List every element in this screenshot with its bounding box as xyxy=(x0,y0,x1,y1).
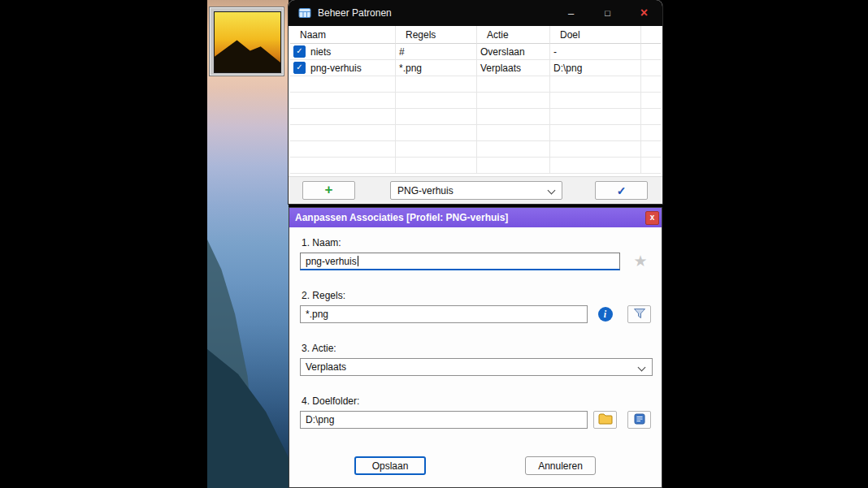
save-button[interactable]: Opslaan xyxy=(354,456,426,475)
favorite-star-icon[interactable]: ★ xyxy=(631,253,650,270)
empty-row xyxy=(290,141,661,158)
cell-doel: D:\png xyxy=(550,60,641,76)
doelfolder-input[interactable]: D:\png xyxy=(300,411,588,429)
manage-patterns-window: Beheer Patronen – □ × Naam Regels Actie … xyxy=(289,0,662,204)
regels-input[interactable]: *.png xyxy=(300,305,588,323)
row-name-text: png-verhuis xyxy=(310,63,362,74)
table-row[interactable]: ✓ png-verhuis *.png Verplaats D:\png xyxy=(290,60,661,76)
chevron-down-icon xyxy=(548,187,556,195)
profile-dropdown[interactable]: PNG-verhuis xyxy=(390,181,562,200)
naam-input[interactable]: png-verhuis xyxy=(300,253,620,270)
framed-picture-thumbnail xyxy=(209,6,284,76)
cell-extra xyxy=(641,60,661,76)
chevron-down-icon xyxy=(638,364,646,372)
column-header-regels[interactable]: Regels xyxy=(396,26,477,44)
text-caret xyxy=(358,256,358,266)
regels-label: 2. Regels: xyxy=(302,290,345,301)
cancel-button[interactable]: Annuleren xyxy=(525,456,596,475)
blue-book-icon xyxy=(633,412,646,428)
patterns-table: Naam Regels Actie Doel ✓ niets # Oversla… xyxy=(290,26,661,174)
row-checkbox[interactable]: ✓ xyxy=(293,62,306,74)
cell-naam: ✓ png-verhuis xyxy=(290,60,396,76)
row-name-text: niets xyxy=(310,46,331,58)
cell-regels: *.png xyxy=(396,60,477,76)
info-button[interactable]: i xyxy=(593,305,617,323)
browse-folder-button[interactable] xyxy=(593,411,617,429)
empty-row xyxy=(290,158,661,174)
column-header-extra xyxy=(641,26,661,44)
empty-row xyxy=(290,93,661,109)
info-icon: i xyxy=(598,307,613,322)
doelfolder-input-value: D:\png xyxy=(306,414,334,425)
edit-association-window: Aanpassen Associaties [Profiel: PNG-verh… xyxy=(289,207,662,488)
filter-button[interactable] xyxy=(627,305,651,323)
column-header-actie[interactable]: Actie xyxy=(477,26,550,44)
empty-row xyxy=(290,125,661,141)
app-icon xyxy=(298,6,311,19)
regels-input-value: *.png xyxy=(306,309,328,320)
edit-window-title: Aanpassen Associaties [Profiel: PNG-verh… xyxy=(295,212,508,223)
folder-icon xyxy=(598,413,613,427)
sunset-mountain-image xyxy=(214,11,281,73)
actie-dropdown[interactable]: Verplaats xyxy=(300,358,653,376)
edit-window-titlebar: Aanpassen Associaties [Profiel: PNG-verh… xyxy=(289,208,662,227)
empty-row xyxy=(290,109,661,125)
actie-label: 3. Actie: xyxy=(302,343,336,354)
maximize-button[interactable]: □ xyxy=(589,0,626,26)
wallpaper-cliff-shape-dark xyxy=(207,349,289,488)
close-button[interactable]: × xyxy=(626,0,662,26)
row-checkbox[interactable]: ✓ xyxy=(293,45,306,58)
manage-window-footer: + PNG-verhuis ✓ xyxy=(289,176,662,204)
cell-doel: - xyxy=(550,44,641,60)
column-header-doel[interactable]: Doel xyxy=(550,26,641,44)
window-controls: – □ × xyxy=(553,0,662,26)
cell-actie: Verplaats xyxy=(477,60,550,76)
table-header-row: Naam Regels Actie Doel xyxy=(290,26,661,44)
explorer-button[interactable] xyxy=(627,411,651,429)
add-pattern-button[interactable]: + xyxy=(302,181,355,200)
mountain-silhouette-icon xyxy=(215,37,280,72)
cell-extra xyxy=(641,44,661,60)
actie-dropdown-value: Verplaats xyxy=(306,361,346,373)
window-title: Beheer Patronen xyxy=(318,7,392,19)
column-header-naam[interactable]: Naam xyxy=(290,26,396,44)
cell-actie: Overslaan xyxy=(477,44,550,60)
confirm-button[interactable]: ✓ xyxy=(595,181,648,200)
table-row[interactable]: ✓ niets # Overslaan - xyxy=(290,44,661,60)
cell-regels: # xyxy=(396,44,477,60)
empty-row xyxy=(290,76,661,93)
naam-input-value: png-verhuis xyxy=(306,256,357,267)
doelfolder-label: 4. Doelfolder: xyxy=(302,395,359,407)
cell-naam: ✓ niets xyxy=(290,44,396,60)
funnel-icon xyxy=(633,307,646,322)
manage-window-titlebar: Beheer Patronen – □ × xyxy=(289,0,662,26)
minimize-button[interactable]: – xyxy=(553,0,589,26)
close-edit-button[interactable]: x xyxy=(645,211,659,225)
profile-dropdown-value: PNG-verhuis xyxy=(397,185,454,196)
naam-label: 1. Naam: xyxy=(302,237,341,248)
